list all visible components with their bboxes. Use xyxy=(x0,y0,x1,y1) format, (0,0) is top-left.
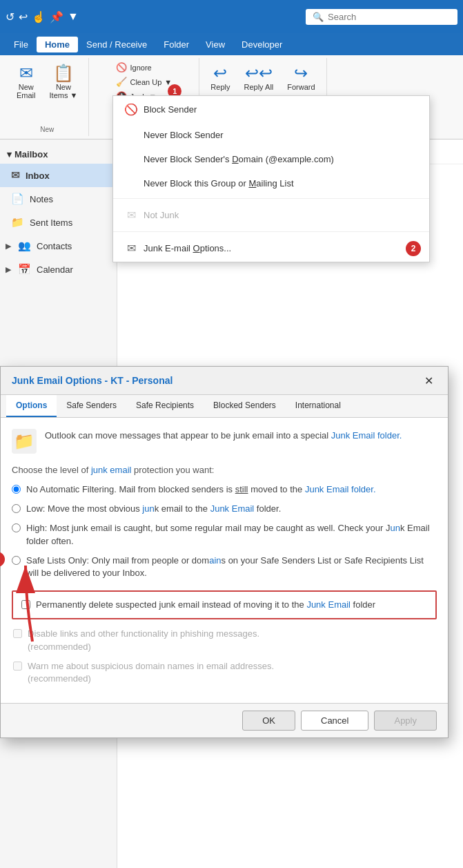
menu-send-receive[interactable]: Send / Receive xyxy=(78,37,155,52)
calendar-icon: 📅 xyxy=(18,263,31,276)
sidebar-item-calendar[interactable]: ▶ 📅 Calendar xyxy=(0,258,117,281)
cleanup-icon: 🧹 xyxy=(116,77,127,87)
reply-all-icon: ↩↩ xyxy=(245,64,273,83)
block-sender-icon: 🚫 xyxy=(124,103,138,116)
radio-high-label: High: Most junk email is caught, but som… xyxy=(26,522,437,547)
dropdown-arrow-icon[interactable]: ▼ xyxy=(68,10,79,23)
never-block-sender-label: Never Block Sender xyxy=(144,130,224,140)
dialog-tab-bar: Options Safe Senders Safe Recipients Blo… xyxy=(1,395,448,418)
search-input[interactable] xyxy=(328,12,451,22)
radio-no-filter: No Automatic Filtering. Mail from blocke… xyxy=(12,483,437,496)
calendar-arrow-icon: ▶ xyxy=(6,265,11,274)
sidebar-expand-icon[interactable]: ▾ xyxy=(7,149,12,160)
radio-no-filter-input[interactable] xyxy=(12,485,21,494)
new-email-label: New Email xyxy=(17,83,36,99)
info-folder-icon: 📁 xyxy=(12,429,37,454)
new-email-button[interactable]: ✉ New Email xyxy=(11,61,41,102)
warn-domain-checkbox[interactable] xyxy=(13,662,22,671)
block-sender-label: Block Sender xyxy=(144,104,197,115)
reply-icon: ↩ xyxy=(213,64,227,83)
apply-button[interactable]: Apply xyxy=(374,711,437,731)
forward-label: Forward xyxy=(287,83,315,91)
sidebar-inbox-label: Inbox xyxy=(26,171,50,181)
sidebar-item-contacts[interactable]: ▶ 👥 Contacts xyxy=(0,234,117,258)
touch-icon[interactable]: ☝ xyxy=(32,10,46,23)
ribbon-group-new: ✉ New Email 📋 NewItems ▼ New xyxy=(6,58,89,136)
junk-folder-text: Junk Email folder. xyxy=(331,430,402,441)
search-box[interactable]: 🔍 xyxy=(306,9,457,25)
reply-all-button[interactable]: ↩↩ Reply All xyxy=(238,61,279,94)
new-items-label: NewItems ▼ xyxy=(50,83,78,99)
sent-icon: 📁 xyxy=(11,216,24,229)
dialog-body: 📁 Outlook can move messages that appear … xyxy=(1,418,448,703)
ribbon-new-buttons: ✉ New Email 📋 NewItems ▼ xyxy=(11,61,83,102)
dialog-titlebar: Junk Email Options - KT - Personal ✕ xyxy=(1,367,448,395)
never-block-domain-label: Never Block Sender's Domain (@example.co… xyxy=(144,154,334,164)
perm-delete-section: Permanently delete suspected junk email … xyxy=(12,590,437,619)
menu-folder[interactable]: Folder xyxy=(155,37,197,52)
dialog-footer: OK Cancel Apply xyxy=(1,703,448,737)
new-email-icon: ✉ xyxy=(19,64,33,83)
never-block-group-item[interactable]: Never Block this Group or Mailing List xyxy=(113,171,429,195)
protection-prompt: Choose the level of junk email protectio… xyxy=(12,465,437,475)
new-items-button[interactable]: 📋 NewItems ▼ xyxy=(44,61,83,102)
dropdown-divider-2 xyxy=(113,231,429,232)
cleanup-label: Clean Up xyxy=(130,78,161,86)
pin-icon[interactable]: 📌 xyxy=(50,10,63,23)
disable-links-item: Disable links and other functionality in… xyxy=(12,628,437,653)
reply-all-label: Reply All xyxy=(244,83,273,91)
cancel-button[interactable]: Cancel xyxy=(301,711,368,731)
menu-developer[interactable]: Developer xyxy=(233,37,290,52)
warn-domain-item: Warn me about suspicious domain names in… xyxy=(12,660,437,685)
ribbon-respond-buttons: ↩ Reply ↩↩ Reply All ↪ Forward xyxy=(205,61,320,94)
junk-dropdown: 🚫 Block Sender Never Block Sender Never … xyxy=(112,95,430,262)
tab-safe-recipients[interactable]: Safe Recipients xyxy=(126,395,204,417)
sidebar-item-inbox[interactable]: ✉ Inbox xyxy=(0,164,117,187)
new-items-icon: 📋 xyxy=(53,64,74,83)
ignore-button[interactable]: 🚫 Ignore xyxy=(112,61,176,74)
menu-file[interactable]: File xyxy=(6,37,37,52)
refresh-icon[interactable]: ↺ xyxy=(6,10,14,23)
never-block-group-label: Never Block this Group or Mailing List xyxy=(144,178,294,189)
never-block-sender-item[interactable]: Never Block Sender xyxy=(113,123,429,147)
quick-access-toolbar: ↺ ↩ ☝ 📌 ▼ xyxy=(6,10,300,23)
radio-high: High: Most junk email is caught, but som… xyxy=(12,522,437,547)
radio-low-input[interactable] xyxy=(12,504,21,513)
not-junk-label: Not Junk xyxy=(144,210,179,220)
radio-high-input[interactable] xyxy=(12,523,21,532)
sidebar-mailbox-header: ▾ Mailbox xyxy=(0,145,117,164)
sidebar-item-sent[interactable]: 📁 Sent Items xyxy=(0,211,117,234)
menu-home[interactable]: Home xyxy=(37,37,78,52)
sidebar-item-notes[interactable]: 📄 Notes xyxy=(0,187,117,211)
sidebar-contacts-label: Contacts xyxy=(37,241,72,251)
never-block-domain-item[interactable]: Never Block Sender's Domain (@example.co… xyxy=(113,147,429,171)
perm-delete-item: Permanently delete suspected junk email … xyxy=(21,599,427,611)
tab-options[interactable]: Options xyxy=(6,395,57,417)
ok-button[interactable]: OK xyxy=(242,711,295,731)
dialog-title: Junk Email Options - KT - Personal xyxy=(12,375,173,386)
top-bar: ↺ ↩ ☝ 📌 ▼ 🔍 xyxy=(0,0,463,33)
ignore-label: Ignore xyxy=(130,64,151,72)
cleanup-button[interactable]: 🧹 Clean Up ▼ xyxy=(112,75,176,88)
reply-button[interactable]: ↩ Reply xyxy=(205,61,235,94)
dialog-info-text: Outlook can move messages that appear to… xyxy=(45,429,402,454)
tab-safe-senders[interactable]: Safe Senders xyxy=(57,395,126,417)
not-junk-item: ✉ Not Junk xyxy=(113,202,429,229)
undo-icon[interactable]: ↩ xyxy=(19,10,28,23)
radio-group: No Automatic Filtering. Mail from blocke… xyxy=(12,483,437,579)
radio-no-filter-label: No Automatic Filtering. Mail from blocke… xyxy=(26,483,376,496)
contacts-arrow-icon: ▶ xyxy=(6,242,11,251)
radio-low: Low: Move the most obvious junk email to… xyxy=(12,503,437,515)
block-sender-item[interactable]: 🚫 Block Sender xyxy=(113,96,429,123)
inbox-icon: ✉ xyxy=(11,169,20,182)
badge-2: 2 xyxy=(406,241,421,256)
dialog-close-button[interactable]: ✕ xyxy=(420,372,437,389)
junk-email-options-item[interactable]: ✉ Junk E-mail Options... 2 xyxy=(113,235,429,262)
sidebar-calendar-label: Calendar xyxy=(37,264,73,275)
tab-international[interactable]: International xyxy=(286,395,351,417)
search-icon: 🔍 xyxy=(313,12,324,22)
forward-button[interactable]: ↪ Forward xyxy=(282,61,320,94)
tab-blocked-senders[interactable]: Blocked Senders xyxy=(204,395,286,417)
reply-label: Reply xyxy=(210,83,230,91)
menu-view[interactable]: View xyxy=(197,37,233,52)
